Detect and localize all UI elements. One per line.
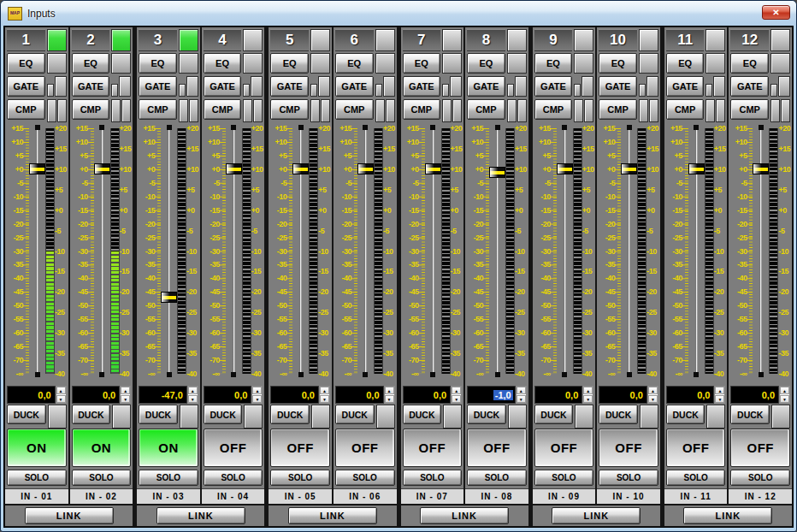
cmp-button[interactable]: CMP [534, 99, 573, 120]
fader-handle[interactable] [226, 163, 242, 174]
on-off-button[interactable]: ON [72, 429, 132, 467]
on-off-button[interactable]: OFF [666, 429, 726, 467]
duck-button[interactable]: DUCK [403, 405, 442, 424]
solo-button[interactable]: SOLO [7, 470, 67, 486]
fader-value[interactable]: 0,0 [335, 386, 384, 404]
cmp-button[interactable]: CMP [666, 99, 705, 120]
fader-value[interactable]: 0,0 [534, 386, 583, 404]
cmp-button[interactable]: CMP [72, 99, 110, 120]
title-bar[interactable]: MAP Inputs ✕ [1, 1, 796, 26]
gate-button[interactable]: GATE [139, 76, 177, 97]
spin-up-button[interactable]: ▲ [121, 387, 130, 394]
gate-button[interactable]: GATE [335, 76, 374, 97]
duck-button[interactable]: DUCK [666, 405, 705, 424]
spin-up-button[interactable]: ▲ [188, 387, 198, 394]
spin-down-button[interactable]: ▼ [780, 395, 789, 403]
gate-button[interactable]: GATE [599, 76, 637, 97]
cmp-button[interactable]: CMP [599, 99, 637, 120]
link-button[interactable]: LINK [552, 507, 641, 524]
eq-button[interactable]: EQ [7, 53, 45, 74]
fader-handle[interactable] [753, 163, 769, 174]
fader-handle[interactable] [29, 163, 45, 174]
cmp-button[interactable]: CMP [204, 99, 242, 120]
fader-value[interactable]: 0,0 [666, 386, 715, 404]
solo-button[interactable]: SOLO [666, 470, 726, 486]
fader-value[interactable]: 0,0 [403, 386, 452, 404]
link-button[interactable]: LINK [683, 507, 772, 524]
spin-down-button[interactable]: ▼ [385, 395, 394, 403]
spin-down-button[interactable]: ▼ [452, 395, 461, 403]
fader-handle[interactable] [94, 163, 110, 174]
eq-button[interactable]: EQ [403, 53, 441, 74]
gate-button[interactable]: GATE [403, 76, 441, 97]
solo-button[interactable]: SOLO [403, 470, 463, 486]
spin-down-button[interactable]: ▼ [252, 395, 262, 403]
fader-value[interactable]: -1,0 [467, 386, 516, 404]
gate-button[interactable]: GATE [467, 76, 505, 97]
eq-button[interactable]: EQ [270, 53, 309, 74]
spin-up-button[interactable]: ▲ [252, 387, 262, 394]
solo-button[interactable]: SOLO [204, 470, 263, 486]
spin-up-button[interactable]: ▲ [648, 387, 658, 394]
spin-down-button[interactable]: ▼ [56, 395, 66, 403]
gate-button[interactable]: GATE [534, 76, 573, 97]
solo-button[interactable]: SOLO [139, 470, 198, 486]
eq-button[interactable]: EQ [730, 53, 769, 74]
eq-button[interactable]: EQ [599, 53, 637, 74]
cmp-button[interactable]: CMP [335, 99, 374, 120]
fader-handle[interactable] [425, 163, 441, 174]
link-button[interactable]: LINK [25, 507, 114, 524]
duck-button[interactable]: DUCK [204, 405, 243, 424]
fader-handle[interactable] [161, 292, 177, 303]
spin-down-button[interactable]: ▼ [517, 395, 526, 403]
gate-button[interactable]: GATE [730, 76, 769, 97]
on-off-button[interactable]: OFF [335, 429, 395, 467]
solo-button[interactable]: SOLO [335, 470, 395, 486]
on-off-button[interactable]: ON [7, 429, 67, 467]
link-button[interactable]: LINK [288, 507, 377, 524]
spin-up-button[interactable]: ▲ [780, 387, 789, 394]
gate-button[interactable]: GATE [7, 76, 45, 97]
spin-up-button[interactable]: ▲ [583, 387, 593, 394]
spin-up-button[interactable]: ▲ [385, 387, 394, 394]
solo-button[interactable]: SOLO [534, 470, 594, 486]
on-off-button[interactable]: ON [139, 429, 198, 467]
spin-up-button[interactable]: ▲ [517, 387, 526, 394]
on-off-button[interactable]: OFF [204, 429, 263, 467]
link-button[interactable]: LINK [420, 507, 509, 524]
on-off-button[interactable]: OFF [534, 429, 594, 467]
gate-button[interactable]: GATE [72, 76, 110, 97]
spin-up-button[interactable]: ▲ [56, 387, 66, 394]
eq-button[interactable]: EQ [467, 53, 505, 74]
spin-down-button[interactable]: ▼ [648, 395, 658, 403]
spin-up-button[interactable]: ▲ [715, 387, 724, 394]
duck-button[interactable]: DUCK [730, 405, 770, 424]
duck-button[interactable]: DUCK [72, 405, 111, 424]
spin-down-button[interactable]: ▼ [715, 395, 724, 403]
on-off-button[interactable]: OFF [467, 429, 527, 467]
duck-button[interactable]: DUCK [467, 405, 506, 424]
duck-button[interactable]: DUCK [335, 405, 375, 424]
duck-button[interactable]: DUCK [599, 405, 638, 424]
cmp-button[interactable]: CMP [730, 99, 769, 120]
spin-down-button[interactable]: ▼ [583, 395, 593, 403]
solo-button[interactable]: SOLO [72, 470, 132, 486]
fader-handle[interactable] [688, 163, 705, 174]
fader-value[interactable]: 0,0 [730, 386, 779, 404]
spin-down-button[interactable]: ▼ [188, 395, 198, 403]
cmp-button[interactable]: CMP [403, 99, 441, 120]
cmp-button[interactable]: CMP [139, 99, 177, 120]
fader-handle[interactable] [489, 167, 505, 178]
spin-up-button[interactable]: ▲ [452, 387, 461, 394]
fader-value[interactable]: 0,0 [599, 386, 647, 404]
fader-handle[interactable] [292, 163, 309, 174]
duck-button[interactable]: DUCK [534, 405, 574, 424]
fader-handle[interactable] [557, 163, 573, 174]
solo-button[interactable]: SOLO [599, 470, 658, 486]
cmp-button[interactable]: CMP [467, 99, 505, 120]
eq-button[interactable]: EQ [204, 53, 242, 74]
on-off-button[interactable]: OFF [403, 429, 463, 467]
gate-button[interactable]: GATE [666, 76, 705, 97]
solo-button[interactable]: SOLO [730, 470, 790, 486]
fader-value[interactable]: 0,0 [7, 386, 56, 404]
